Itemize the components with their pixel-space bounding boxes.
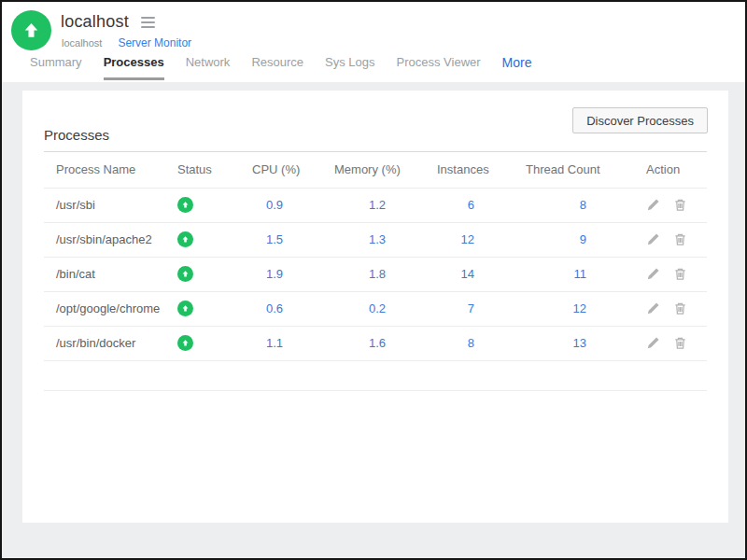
threads-value[interactable]: 9 [514,222,626,257]
breadcrumb-server-monitor-link[interactable]: Server Monitor [118,36,191,49]
status-cell [165,326,240,360]
action-cell [626,326,707,360]
threads-value[interactable]: 8 [514,188,626,222]
cpu-value[interactable]: 0.6 [240,291,322,326]
instances-value[interactable]: 7 [425,291,514,326]
processes-table: Process Name Status CPU (%) Memory (%) I… [44,152,707,391]
tab-processes[interactable]: Processes [104,55,164,80]
tab-bar: Summary Processes Network Resource Sys L… [30,55,531,80]
tab-process-viewer[interactable]: Process Viewer [397,55,481,77]
tab-network[interactable]: Network [186,55,231,77]
delete-trash-icon[interactable] [673,336,687,350]
status-up-icon [177,301,193,316]
delete-trash-icon[interactable] [673,232,687,246]
status-up-icon [177,266,193,282]
status-up-icon [177,335,193,351]
memory-value[interactable]: 1.2 [322,188,425,222]
edit-pencil-icon[interactable] [646,198,660,212]
delete-trash-icon[interactable] [673,301,687,315]
memory-value[interactable]: 1.3 [322,222,425,257]
action-cell [626,257,707,291]
threads-value[interactable]: 13 [514,326,626,360]
status-cell [165,188,240,222]
col-header-cpu: CPU (%) [240,152,322,188]
col-header-memory: Memory (%) [322,152,425,188]
discover-processes-button[interactable]: Discover Processes [572,107,708,133]
table-row: /bin/cat 1.9 1.8 14 11 [44,257,707,291]
section-title: Processes [44,127,109,143]
action-cell [626,188,707,222]
empty-table-row [44,360,707,390]
table-row: /opt/google/chrome 0.6 0.2 7 12 [44,291,707,326]
process-name-cell: /usr/sbin/apache2 [44,222,165,257]
breadcrumb-host: localhost [62,37,102,49]
delete-trash-icon[interactable] [673,198,687,212]
process-name-cell: /bin/cat [44,257,165,291]
tab-summary[interactable]: Summary [30,55,82,77]
process-name-cell: /usr/bin/docker [44,326,165,360]
cpu-value[interactable]: 1.9 [240,257,322,291]
status-up-icon [177,197,193,213]
status-cell [165,291,240,326]
table-header-row: Process Name Status CPU (%) Memory (%) I… [44,152,707,188]
col-header-action: Action [626,152,707,188]
instances-value[interactable]: 14 [425,257,514,291]
table-row: /usr/bin/docker 1.1 1.6 8 13 [44,326,707,360]
process-name-cell: /usr/sbi [44,188,165,222]
threads-value[interactable]: 11 [514,257,626,291]
processes-card: Discover Processes Processes Process Nam… [22,91,728,523]
tab-sys-logs[interactable]: Sys Logs [325,55,374,77]
tab-more[interactable]: More [502,55,532,78]
instances-value[interactable]: 12 [425,222,514,257]
page-background: Discover Processes Processes Process Nam… [2,82,745,560]
hamburger-menu-icon[interactable] [139,15,157,30]
table-row: /usr/sbin/apache2 1.5 1.3 12 9 [44,222,707,257]
header: localhost localhost Server Monitor Summa… [2,2,745,82]
memory-value[interactable]: 1.8 [322,257,425,291]
memory-value[interactable]: 1.6 [322,326,425,360]
action-cell [626,222,707,257]
cpu-value[interactable]: 1.1 [240,326,322,360]
up-arrow-icon [21,21,41,40]
edit-pencil-icon[interactable] [646,301,660,315]
memory-value[interactable]: 0.2 [322,291,425,326]
status-up-icon [177,231,193,247]
instances-value[interactable]: 8 [425,326,514,360]
page-title: localhost [61,12,129,32]
edit-pencil-icon[interactable] [646,336,660,350]
action-cell [626,291,707,326]
tab-resource[interactable]: Resource [251,55,303,77]
delete-trash-icon[interactable] [673,267,687,281]
app-window: localhost localhost Server Monitor Summa… [0,0,747,560]
status-cell [165,257,240,291]
process-name-cell: /opt/google/chrome [44,291,165,326]
breadcrumb: localhost Server Monitor [62,36,191,49]
edit-pencil-icon[interactable] [646,267,660,281]
cpu-value[interactable]: 1.5 [240,222,322,257]
instances-value[interactable]: 6 [425,188,514,222]
cpu-value[interactable]: 0.9 [240,188,322,222]
col-header-process-name: Process Name [44,152,165,188]
col-header-instances: Instances [425,152,514,188]
table-row: /usr/sbi 0.9 1.2 6 8 [44,188,707,222]
threads-value[interactable]: 12 [514,291,626,326]
col-header-status: Status [165,152,240,188]
col-header-thread-count: Thread Count [514,152,626,188]
host-status-logo [11,10,51,50]
edit-pencil-icon[interactable] [646,232,660,246]
status-cell [165,222,240,257]
